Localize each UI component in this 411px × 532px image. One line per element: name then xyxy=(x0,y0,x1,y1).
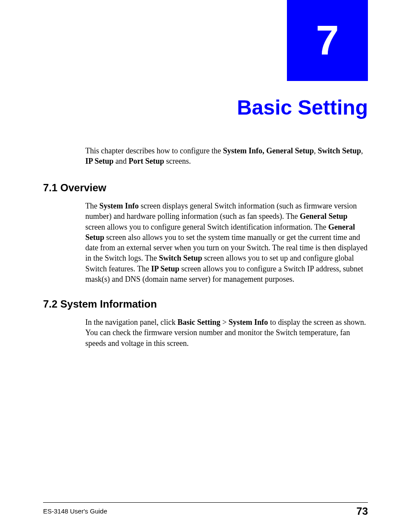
body-bold: Basic Setting xyxy=(177,318,221,327)
body-text: > xyxy=(220,318,228,327)
body-bold: General Setup xyxy=(300,212,348,221)
chapter-number: 7 xyxy=(316,17,339,64)
intro-text: and xyxy=(114,157,129,165)
intro-bold-2: Switch Setup xyxy=(318,146,361,155)
section-heading-system-information: 7.2 System Information xyxy=(43,298,157,310)
intro-bold-1: System Info, General Setup xyxy=(223,146,314,155)
body-bold: System Info xyxy=(229,318,268,327)
intro-text: This chapter describes how to configure … xyxy=(85,146,223,155)
intro-paragraph: This chapter describes how to configure … xyxy=(85,146,368,167)
body-bold: Switch Setup xyxy=(159,254,202,262)
intro-bold-4: Port Setup xyxy=(129,157,165,165)
chapter-title: Basic Setting xyxy=(237,96,368,119)
body-text: The xyxy=(85,202,99,210)
body-text: screen allows you to configure general S… xyxy=(85,223,328,231)
intro-bold-3: IP Setup xyxy=(85,157,114,165)
chapter-badge: 7 xyxy=(287,0,368,81)
overview-paragraph: The System Info screen displays general … xyxy=(85,201,368,284)
system-information-paragraph: In the navigation panel, click Basic Set… xyxy=(85,317,368,348)
body-bold: IP Setup xyxy=(151,264,180,273)
footer-page-number: 73 xyxy=(356,505,368,517)
intro-text: screens. xyxy=(164,157,191,165)
intro-text: , xyxy=(361,146,363,155)
body-text: In the navigation panel, click xyxy=(85,318,177,327)
footer-divider xyxy=(43,502,368,503)
footer-guide-title: ES-3148 User's Guide xyxy=(43,507,107,515)
section-heading-overview: 7.1 Overview xyxy=(43,182,106,194)
body-bold: System Info xyxy=(99,202,139,210)
